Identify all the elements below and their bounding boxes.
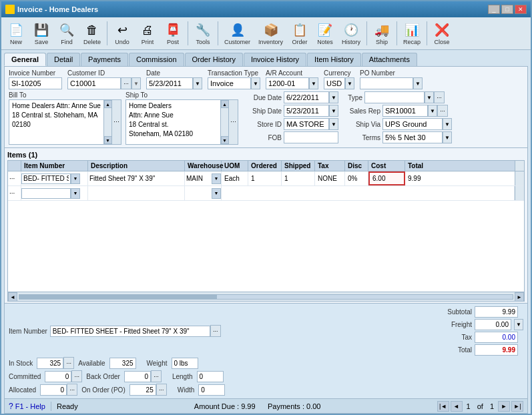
transaction-type-field[interactable] — [208, 77, 251, 89]
weight-field[interactable] — [172, 358, 198, 369]
ship-to-scroll-down[interactable]: ▼ — [221, 136, 229, 144]
ship-button[interactable]: 🚚 Ship — [370, 19, 394, 47]
ship-via-field[interactable] — [382, 118, 443, 130]
print-button[interactable]: 🖨 Print — [136, 19, 160, 47]
row-dots[interactable]: ··· — [8, 171, 21, 185]
total-field[interactable] — [475, 344, 518, 356]
warehouse-dropdown[interactable]: ▼ — [212, 173, 221, 184]
bill-to-scroll-down[interactable]: ▼ — [104, 136, 112, 144]
bill-to-scrollbar[interactable]: ▲ ▼ — [103, 100, 111, 144]
sales-rep-dropdown[interactable]: ▼ — [428, 105, 437, 117]
nav-first-button[interactable]: |◄ — [437, 401, 449, 412]
save-button[interactable]: 💾 Save — [29, 19, 53, 47]
tab-payments[interactable]: Payments — [81, 53, 128, 66]
customer-button[interactable]: 👤 Customer — [221, 19, 254, 47]
h-scroll-right[interactable]: ► — [515, 292, 524, 302]
ar-account-field[interactable] — [266, 77, 309, 89]
close-window-button[interactable]: ✕ — [515, 5, 527, 14]
in-stock-ellipsis[interactable]: ··· — [63, 357, 74, 369]
store-id-field[interactable] — [284, 118, 329, 130]
row2-item[interactable]: ▼ — [21, 186, 88, 200]
type-ellipsis[interactable]: ··· — [434, 91, 445, 103]
on-order-ellipsis[interactable]: ··· — [156, 384, 167, 396]
transaction-type-dropdown[interactable]: ▼ — [251, 77, 260, 89]
bill-to-edit-btn[interactable]: ⋯ — [112, 99, 121, 145]
h-scroll-left[interactable]: ◄ — [8, 292, 17, 302]
recap-button[interactable]: 📊 Recap — [400, 19, 424, 47]
description-input[interactable] — [88, 173, 175, 184]
row2-wh-dropdown[interactable]: ▼ — [212, 188, 221, 199]
sales-rep-field[interactable] — [382, 105, 428, 117]
invoice-number-field[interactable] — [9, 77, 62, 89]
fob-field[interactable] — [284, 131, 338, 143]
item-number-dropdown[interactable]: ▼ — [71, 173, 80, 184]
back-order-field[interactable] — [124, 371, 151, 382]
history-button[interactable]: 🕐 History — [338, 19, 364, 47]
bill-to-scroll-up[interactable]: ▲ — [104, 100, 112, 108]
h-scroll-track[interactable] — [19, 294, 513, 300]
customer-id-dropdown[interactable]: ▼ — [131, 77, 141, 89]
new-button[interactable]: 📄 New — [4, 19, 28, 47]
tab-attachments[interactable]: Attachments — [362, 53, 417, 66]
tab-invoice-history[interactable]: Invoice History — [244, 53, 306, 66]
warehouse-input[interactable] — [185, 173, 212, 184]
terms-dropdown[interactable]: ▼ — [443, 131, 452, 143]
tab-commission[interactable]: Commission — [129, 53, 184, 66]
bottom-item-ellipsis[interactable]: ··· — [210, 325, 221, 337]
tab-general[interactable]: General — [4, 53, 46, 66]
sales-rep-ellipsis[interactable]: ··· — [437, 105, 448, 117]
tab-order-history[interactable]: Order History — [185, 53, 243, 66]
allocated-ellipsis[interactable]: ··· — [67, 384, 77, 396]
ar-account-dropdown[interactable]: ▼ — [309, 77, 318, 89]
post-button[interactable]: 📮 Post — [161, 19, 185, 47]
tab-item-history[interactable]: Item History — [307, 53, 361, 66]
due-date-field[interactable] — [284, 91, 329, 103]
date-dropdown[interactable]: ▼ — [193, 77, 202, 89]
nav-prev-button[interactable]: ◄ — [451, 401, 463, 412]
allocated-field[interactable] — [40, 384, 67, 396]
row2-item-dropdown[interactable]: ▼ — [71, 188, 80, 199]
length-field[interactable] — [197, 371, 224, 382]
ship-to-scrollbar[interactable]: ▲ ▼ — [220, 100, 228, 144]
row-warehouse[interactable]: ▼ — [185, 171, 222, 185]
in-stock-field[interactable] — [37, 358, 63, 369]
ship-to-edit-btn[interactable]: ⋯ — [229, 99, 238, 145]
order-button[interactable]: 📋 Order — [288, 19, 312, 47]
h-scrollbar[interactable]: ◄ ► — [8, 292, 524, 301]
terms-field[interactable] — [382, 131, 443, 143]
find-button[interactable]: 🔍 Find — [55, 19, 79, 47]
subtotal-field[interactable] — [475, 306, 518, 318]
due-date-dropdown[interactable]: ▼ — [329, 91, 338, 103]
on-order-field[interactable] — [129, 384, 156, 396]
row-description[interactable] — [88, 171, 185, 185]
row2-wh-input[interactable] — [185, 188, 212, 199]
row-cost[interactable]: 6.00 — [368, 171, 405, 185]
store-id-dropdown[interactable]: ▼ — [329, 118, 338, 130]
tab-detail[interactable]: Detail — [47, 53, 80, 66]
freight-dropdown[interactable]: ▼ — [514, 319, 523, 330]
available-field[interactable] — [109, 358, 136, 369]
bottom-item-number-field[interactable] — [50, 326, 210, 337]
nav-last-button[interactable]: ►| — [511, 401, 523, 412]
po-number-field[interactable] — [360, 77, 413, 89]
type-field[interactable] — [364, 91, 425, 103]
minimize-button[interactable]: _ — [488, 5, 500, 14]
notes-button[interactable]: 📝 Notes — [313, 19, 337, 47]
ship-via-dropdown[interactable]: ▼ — [443, 118, 452, 130]
item-number-input[interactable] — [21, 173, 71, 184]
tax-field[interactable] — [475, 332, 518, 343]
width-field[interactable] — [198, 384, 225, 396]
nav-next-button[interactable]: ► — [498, 401, 510, 412]
undo-button[interactable]: ↩ Undo — [110, 19, 134, 47]
committed-ellipsis[interactable]: ··· — [71, 370, 82, 382]
freight-field[interactable] — [475, 319, 511, 330]
po-number-dropdown[interactable]: ▼ — [413, 77, 423, 89]
ship-date-dropdown[interactable]: ▼ — [329, 105, 338, 117]
row-item-number[interactable]: ▼ — [21, 171, 88, 185]
currency-dropdown[interactable]: ▼ — [345, 77, 354, 89]
row2-item-input[interactable] — [21, 188, 71, 199]
date-field[interactable] — [146, 77, 193, 89]
back-order-ellipsis[interactable]: ··· — [151, 370, 162, 382]
tools-button[interactable]: 🔧 Tools — [191, 19, 215, 47]
currency-field[interactable] — [324, 77, 345, 89]
